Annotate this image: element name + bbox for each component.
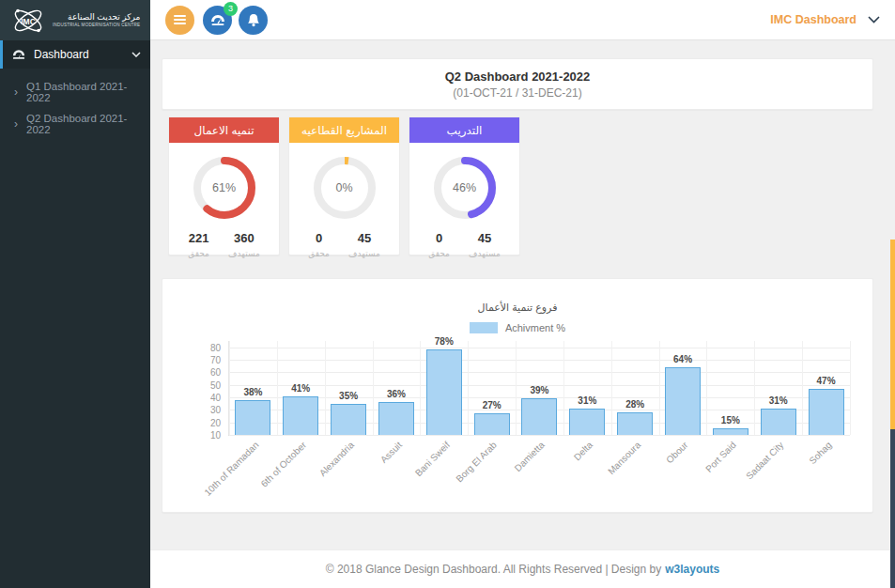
kpi-card-sector-projects: المشاريع القطاعيه 0% 0 محقق 45 مستهدف — [288, 116, 400, 255]
svg-text:IMC: IMC — [21, 16, 36, 25]
x-axis-category-label: Bani Sweif — [412, 440, 451, 478]
chart-legend: Achivment % — [162, 322, 872, 333]
x-axis-category-label: 10th of Ramadan — [202, 440, 260, 498]
kpi-percent-label: 46% — [429, 152, 501, 224]
y-axis-tick-label: 10 — [210, 430, 221, 441]
footer: © 2018 Glance Design Dashboard. All Righ… — [150, 549, 895, 588]
bar-mansoura — [617, 412, 653, 435]
x-axis-category-label: Sadaat City — [744, 440, 785, 481]
profile-menu[interactable]: IMC Dashboard — [770, 13, 880, 26]
footer-link-w3layouts[interactable]: w3layouts — [665, 563, 719, 576]
y-axis-tick-label: 30 — [210, 405, 221, 415]
x-axis-category-label: Damietta — [513, 440, 547, 473]
kpi-target-value: 45 — [358, 231, 371, 245]
kpi-achieved-value: 221 — [189, 231, 209, 245]
chevron-down-icon — [131, 52, 141, 57]
kpi-target: 45 مستهدف — [348, 229, 380, 258]
bar-borg-el-arab — [474, 413, 510, 435]
chevron-right-icon: › — [14, 86, 18, 98]
kpi-donut-chart: 0% — [309, 152, 380, 224]
kpi-card-training: التدريب 46% 0 محقق 45 مستهدف — [409, 116, 520, 255]
kpi-target: 360 مستهدف — [228, 229, 260, 258]
bar-slot: 47%Sohag — [802, 341, 850, 435]
y-axis-tick-label: 60 — [210, 367, 221, 378]
bar-sadaat-city — [761, 409, 796, 435]
x-axis-category-label: Assuit — [378, 440, 404, 465]
scrollbar-track-bottom[interactable] — [890, 429, 895, 588]
brand-logo[interactable]: IMC مركز تحديث الصناعة INDUSTRIAL MODERN… — [0, 0, 150, 40]
dashboard-notifications-button[interactable]: 3 — [203, 6, 232, 35]
sidebar-item-q2-dashboard[interactable]: › Q2 Dashboard 2021-2022 — [0, 108, 150, 140]
legend-swatch — [470, 322, 498, 333]
bar-bani-sweif — [426, 349, 462, 435]
kpi-achieved: 221 محقق — [188, 229, 209, 258]
kpi-target-value: 45 — [478, 231, 491, 245]
bar-slot: 35%Alexandria — [325, 341, 373, 435]
atom-logo-icon: IMC — [9, 4, 47, 38]
kpi-card-business-development: تنميه الاعمال 61% 221 محقق 360 مستهدف — [168, 116, 280, 255]
hamburger-icon — [174, 15, 186, 24]
kpi-target-label: مستهدف — [228, 249, 260, 258]
x-axis-category-label: Mansoura — [606, 440, 642, 476]
kpi-achieved-label: محقق — [308, 249, 330, 258]
bar-slot: 36%Assuit — [373, 341, 421, 435]
chevron-down-icon — [868, 16, 880, 23]
sidebar: IMC مركز تحديث الصناعة INDUSTRIAL MODERN… — [0, 0, 150, 588]
bar-damietta — [521, 398, 557, 435]
sidebar-subitem-label: Q1 Dashboard 2021-2022 — [26, 81, 143, 103]
bar-10th-of-ramadan — [235, 400, 270, 435]
bell-icon — [247, 13, 260, 27]
x-axis-category-label: Sohag — [807, 440, 833, 466]
chevron-right-icon: › — [14, 118, 18, 130]
kpi-card-title: المشاريع القطاعيه — [289, 117, 399, 143]
sidebar-toggle-button[interactable] — [165, 6, 194, 35]
bar-obour — [665, 367, 701, 435]
y-axis-tick-label: 20 — [210, 417, 221, 427]
sidebar-item-dashboard[interactable]: Dashboard — [0, 40, 150, 69]
bar-port-said — [713, 428, 748, 435]
kpi-achieved: 0 محقق — [308, 229, 330, 258]
kpi-card-title: التدريب — [409, 117, 519, 143]
page-title: Q2 Dashboard 2021-2022 — [445, 70, 591, 84]
bar-slot: 15%Port Said — [706, 341, 754, 435]
y-axis-tick-label: 70 — [210, 355, 221, 365]
bar-6th-of-october — [283, 396, 318, 435]
bar-chart-plot-area: 102030405060708038%10th of Ramadan41%6th… — [228, 341, 850, 436]
bar-sohag — [809, 389, 844, 435]
notification-count-badge: 3 — [224, 2, 238, 16]
brand-name-arabic: مركز تحديث الصناعة — [53, 13, 140, 23]
x-axis-category-label: Port Said — [703, 440, 738, 474]
kpi-target: 45 مستهدف — [469, 229, 501, 258]
page-subtitle: (01-OCT-21 / 31-DEC-21) — [453, 86, 581, 100]
bar-slot: 41%6th of October — [277, 341, 325, 435]
kpi-percent-label: 0% — [309, 152, 380, 224]
alerts-button[interactable] — [239, 6, 268, 35]
bar-delta — [569, 409, 605, 435]
sidebar-subitem-label: Q2 Dashboard 2021-2022 — [26, 113, 143, 135]
period-header-card: Q2 Dashboard 2021-2022 (01-OCT-21 / 31-D… — [162, 58, 873, 110]
v-gridline — [850, 341, 851, 435]
x-axis-category-label: Delta — [572, 440, 594, 462]
sidebar-item-q1-dashboard[interactable]: › Q1 Dashboard 2021-2022 — [0, 76, 150, 108]
kpi-achieved-value: 0 — [316, 231, 322, 245]
footer-text: © 2018 Glance Design Dashboard. All Righ… — [326, 563, 661, 576]
x-axis-category-label: Obour — [664, 440, 689, 465]
sidebar-nav: Dashboard › Q1 Dashboard 2021-2022 › Q2 … — [0, 40, 150, 144]
bar-assuit — [378, 402, 414, 435]
x-axis-category-label: 6th of October — [258, 440, 308, 489]
kpi-donut-chart: 61% — [189, 152, 260, 224]
kpi-percent-label: 61% — [189, 152, 260, 224]
kpi-achieved-label: محقق — [188, 249, 209, 258]
profile-label: IMC Dashboard — [770, 13, 856, 26]
kpi-target-value: 360 — [234, 231, 255, 245]
x-axis-category-label: Alexandria — [317, 440, 356, 478]
brand-name-english: INDUSTRIAL MODERNISATION CENTRE — [53, 23, 140, 27]
h-gridline — [229, 435, 850, 436]
kpi-card-title: تنميه الاعمال — [169, 117, 279, 143]
branches-bar-chart-card: فروع تنمية الأعمال Achivment % 102030405… — [162, 278, 873, 513]
kpi-achieved-value: 0 — [436, 231, 442, 245]
bar-slot: 78%Bani Sweif — [420, 341, 468, 435]
chart-title: فروع تنمية الأعمال — [162, 302, 872, 314]
bar-slot: 39%Damietta — [516, 341, 563, 435]
scrollbar-thumb[interactable] — [890, 240, 895, 429]
